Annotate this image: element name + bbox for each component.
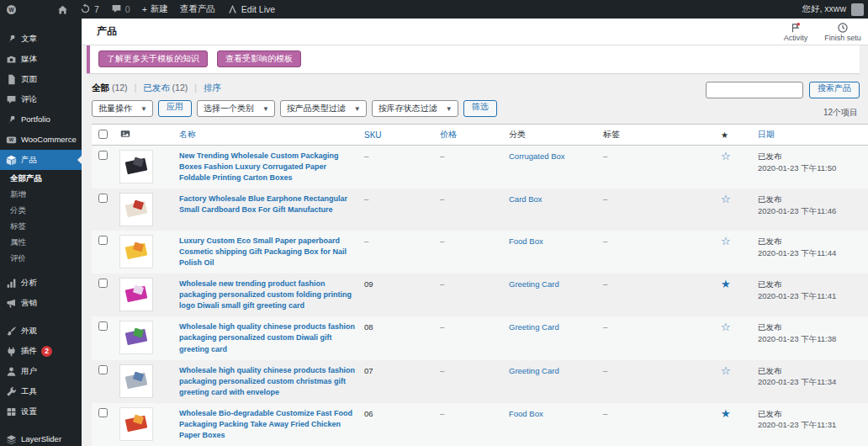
sidebar-item-users[interactable]: 用户	[0, 361, 82, 381]
product-category-link[interactable]: Food Box	[509, 409, 543, 418]
featured-star-outline-icon[interactable]: ☆	[721, 235, 731, 247]
greeting-text[interactable]: 您好, xxww	[802, 3, 847, 15]
row-checkbox[interactable]	[98, 321, 108, 331]
featured-star-outline-icon[interactable]: ☆	[721, 150, 731, 162]
search-products-button[interactable]: 搜索产品	[809, 82, 860, 98]
product-category-link[interactable]: Greeting Card	[509, 366, 559, 375]
product-thumbnail[interactable]	[120, 236, 152, 268]
row-checkbox[interactable]	[98, 408, 108, 417]
finish-setup-button[interactable]: Finish setu	[821, 22, 865, 42]
featured-star-outline-icon[interactable]: ☆	[721, 321, 731, 333]
view-sorting[interactable]: 排序	[204, 82, 221, 93]
apply-button[interactable]: 应用	[158, 100, 192, 117]
sidebar-item-tools[interactable]: 工具	[0, 381, 82, 401]
view-affected-templates-button[interactable]: 查看受影响的模板	[217, 50, 301, 67]
sidebar-item-woocommerce[interactable]: WWooCommerce	[0, 130, 82, 150]
product-sku: 09	[364, 279, 373, 289]
row-checkbox[interactable]	[98, 194, 108, 203]
sidebar-item-pages[interactable]: 页面	[0, 69, 82, 89]
sidebar-item-portfolio[interactable]: Portfolio	[0, 109, 82, 130]
view-published[interactable]: 已发布	[143, 82, 170, 93]
sidebar-item-settings[interactable]: 设置	[0, 401, 82, 422]
featured-star-outline-icon[interactable]: ☆	[721, 364, 731, 377]
sidebar-item-marketing[interactable]: 营销	[0, 293, 82, 313]
product-category-link[interactable]: Greeting Card	[509, 322, 559, 332]
product-category-link[interactable]: Corrugated Box	[509, 151, 565, 161]
product-thumbnail[interactable]	[120, 151, 152, 183]
stock-status-filter-select[interactable]: 按库存状态过滤 ▼	[372, 100, 458, 117]
product-name-link[interactable]: Factory Wholesale Blue Earphone Rectangu…	[179, 194, 357, 215]
product-price: –	[440, 151, 444, 161]
row-checkbox[interactable]	[98, 365, 108, 374]
column-header-name[interactable]: 名称	[177, 125, 363, 146]
product-category-link[interactable]: Greeting Card	[509, 279, 559, 289]
row-checkbox[interactable]	[98, 236, 108, 245]
layers-icon	[5, 433, 17, 445]
column-header-price[interactable]: 价格	[438, 125, 507, 146]
row-checkbox[interactable]	[98, 279, 108, 288]
featured-star-filled-icon[interactable]: ★	[721, 407, 731, 420]
product-status: 已发布	[758, 408, 863, 420]
search-input[interactable]	[706, 82, 803, 98]
product-thumbnail[interactable]	[120, 279, 152, 311]
product-name-link[interactable]: Wholesale high quality chinese products …	[179, 365, 357, 398]
product-name-link[interactable]: New Trending Wholesale Custom Packaging …	[179, 151, 357, 183]
sidebar-subitem-新增[interactable]: 新增	[0, 187, 82, 203]
sidebar-subitem-属性[interactable]: 属性	[0, 235, 82, 251]
flag-icon	[790, 22, 802, 34]
chevron-down-icon: ▼	[262, 105, 269, 113]
product-name-link[interactable]: Wholesale high quality chinese products …	[179, 321, 357, 354]
product-thumbnail[interactable]	[120, 365, 152, 397]
sidebar-item-products[interactable]: 产品	[0, 150, 82, 170]
product-category-link[interactable]: Food Box	[509, 236, 543, 246]
new-content-button[interactable]: + 新建	[136, 0, 174, 19]
sidebar-subitem-全部产品[interactable]: 全部产品	[0, 171, 82, 187]
updates-indicator[interactable]: 7	[74, 0, 105, 19]
sidebar-item-comments[interactable]: 评论	[0, 89, 82, 109]
product-name-link[interactable]: Wholesale Bio-degradable Customize Fast …	[179, 408, 357, 441]
category-filter-select[interactable]: 选择一个类别 ▼	[197, 100, 275, 117]
sidebar-item-plugins[interactable]: 插件2	[0, 341, 82, 361]
featured-star-outline-icon[interactable]: ☆	[721, 193, 731, 205]
sidebar-subitem-分类[interactable]: 分类	[0, 203, 82, 219]
chevron-down-icon: ▼	[140, 105, 147, 113]
sidebar-item-layerslider[interactable]: LayerSlider	[0, 429, 82, 446]
filter-button[interactable]: 筛选	[463, 100, 497, 117]
select-all-checkbox[interactable]	[98, 130, 108, 139]
wordpress-logo-icon[interactable]: W	[0, 0, 23, 19]
sidebar-submenu: 全部产品新增分类标签属性评价	[0, 170, 82, 273]
comments-indicator[interactable]: 0	[105, 0, 136, 19]
bulk-actions-select[interactable]: 批量操作 ▼	[92, 100, 153, 117]
user-avatar[interactable]	[851, 3, 864, 16]
sidebar-item-analytics[interactable]: 分析	[0, 273, 82, 293]
sidebar-subitem-标签[interactable]: 标签	[0, 219, 82, 235]
product-thumbnail[interactable]	[120, 194, 152, 226]
sidebar-item-media[interactable]: 媒体	[0, 49, 82, 69]
learn-templates-button[interactable]: 了解更多关于模板的知识	[98, 50, 208, 67]
product-name-link[interactable]: Wholesale new trending product fashion p…	[179, 279, 357, 311]
product-price: –	[440, 236, 444, 246]
product-status: 已发布	[758, 365, 863, 377]
product-thumbnail[interactable]	[120, 408, 152, 440]
woocommerce-icon: W	[5, 134, 17, 146]
product-type-filter-select[interactable]: 按产品类型过滤 ▼	[280, 100, 367, 117]
product-name-link[interactable]: Luxury Custom Eco Small Paper paperboard…	[179, 236, 357, 268]
sidebar-subitem-评价[interactable]: 评价	[0, 251, 82, 267]
admin-bar: W 7 0 + 新建 查看产品 Edit Live 您好, xxww	[0, 0, 868, 19]
product-price: –	[440, 194, 444, 204]
sidebar-item-appearance[interactable]: 外观	[0, 321, 82, 341]
panel-icon	[5, 406, 17, 417]
product-category-link[interactable]: Card Box	[509, 194, 542, 204]
sidebar-item-posts[interactable]: 文章	[0, 29, 82, 49]
view-product-link[interactable]: 查看产品	[174, 0, 221, 19]
row-checkbox[interactable]	[98, 151, 108, 160]
column-header-date[interactable]: 日期	[756, 125, 868, 146]
product-thumbnail[interactable]	[120, 321, 152, 353]
column-header-sku[interactable]: SKU	[363, 125, 438, 146]
view-all[interactable]: 全部	[92, 82, 109, 93]
featured-star-filled-icon[interactable]: ★	[721, 278, 731, 290]
home-icon[interactable]	[51, 0, 74, 19]
edit-live-link[interactable]: Edit Live	[221, 0, 281, 19]
activity-button[interactable]: Activity	[774, 22, 818, 42]
page-icon	[5, 73, 17, 85]
